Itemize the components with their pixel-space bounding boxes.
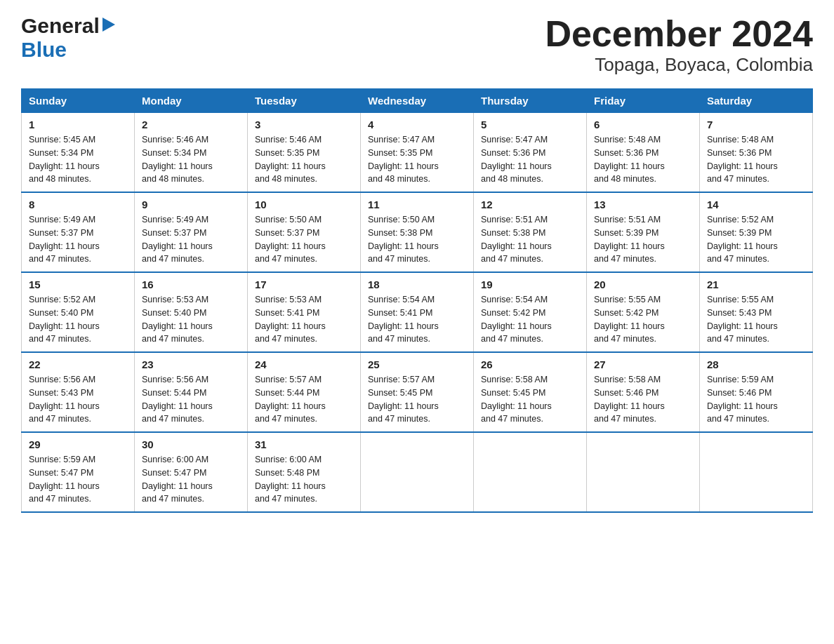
header-thursday: Thursday	[474, 89, 587, 113]
week-row-3: 22 Sunrise: 5:56 AMSunset: 5:43 PMDaylig…	[22, 352, 813, 432]
calendar-cell: 11 Sunrise: 5:50 AMSunset: 5:38 PMDaylig…	[361, 192, 474, 272]
day-number: 26	[481, 358, 579, 370]
week-row-0: 1 Sunrise: 5:45 AMSunset: 5:34 PMDayligh…	[22, 113, 813, 193]
calendar-cell: 5 Sunrise: 5:47 AMSunset: 5:36 PMDayligh…	[474, 113, 587, 193]
day-info: Sunrise: 5:50 AMSunset: 5:38 PMDaylight:…	[368, 213, 466, 266]
day-number: 23	[142, 358, 240, 370]
calendar-cell	[361, 432, 474, 512]
day-number: 30	[142, 438, 240, 450]
day-info: Sunrise: 5:58 AMSunset: 5:45 PMDaylight:…	[481, 373, 579, 426]
day-info: Sunrise: 5:57 AMSunset: 5:45 PMDaylight:…	[368, 373, 466, 426]
calendar-cell: 9 Sunrise: 5:49 AMSunset: 5:37 PMDayligh…	[135, 192, 248, 272]
calendar-cell: 15 Sunrise: 5:52 AMSunset: 5:40 PMDaylig…	[22, 272, 135, 352]
day-number: 15	[29, 279, 127, 290]
day-number: 7	[707, 119, 805, 130]
day-number: 22	[29, 358, 127, 370]
week-row-4: 29 Sunrise: 5:59 AMSunset: 5:47 PMDaylig…	[22, 432, 813, 512]
day-number: 17	[255, 279, 353, 290]
title-block: December 2024 Topaga, Boyaca, Colombia	[545, 14, 813, 76]
day-info: Sunrise: 5:45 AMSunset: 5:34 PMDaylight:…	[29, 133, 127, 186]
day-info: Sunrise: 5:48 AMSunset: 5:36 PMDaylight:…	[707, 133, 805, 186]
day-number: 28	[707, 358, 805, 370]
calendar-cell: 17 Sunrise: 5:53 AMSunset: 5:41 PMDaylig…	[248, 272, 361, 352]
calendar-cell	[474, 432, 587, 512]
day-number: 11	[368, 199, 466, 210]
day-info: Sunrise: 5:55 AMSunset: 5:42 PMDaylight:…	[594, 293, 692, 346]
day-info: Sunrise: 5:51 AMSunset: 5:38 PMDaylight:…	[481, 213, 579, 266]
header-tuesday: Tuesday	[248, 89, 361, 113]
calendar-cell: 4 Sunrise: 5:47 AMSunset: 5:35 PMDayligh…	[361, 113, 474, 193]
calendar-cell: 18 Sunrise: 5:54 AMSunset: 5:41 PMDaylig…	[361, 272, 474, 352]
calendar-cell: 2 Sunrise: 5:46 AMSunset: 5:34 PMDayligh…	[135, 113, 248, 193]
day-number: 12	[481, 199, 579, 210]
week-row-2: 15 Sunrise: 5:52 AMSunset: 5:40 PMDaylig…	[22, 272, 813, 352]
day-number: 9	[142, 199, 240, 210]
calendar-cell: 22 Sunrise: 5:56 AMSunset: 5:43 PMDaylig…	[22, 352, 135, 432]
day-info: Sunrise: 5:49 AMSunset: 5:37 PMDaylight:…	[142, 213, 240, 266]
calendar-cell: 7 Sunrise: 5:48 AMSunset: 5:36 PMDayligh…	[700, 113, 813, 193]
day-info: Sunrise: 5:53 AMSunset: 5:40 PMDaylight:…	[142, 293, 240, 346]
day-info: Sunrise: 5:59 AMSunset: 5:46 PMDaylight:…	[707, 373, 805, 426]
day-number: 8	[29, 199, 127, 210]
day-info: Sunrise: 5:55 AMSunset: 5:43 PMDaylight:…	[707, 293, 805, 346]
day-info: Sunrise: 6:00 AMSunset: 5:47 PMDaylight:…	[142, 453, 240, 506]
calendar-cell: 19 Sunrise: 5:54 AMSunset: 5:42 PMDaylig…	[474, 272, 587, 352]
header-row: SundayMondayTuesdayWednesdayThursdayFrid…	[22, 89, 813, 113]
day-number: 2	[142, 119, 240, 130]
day-info: Sunrise: 5:54 AMSunset: 5:42 PMDaylight:…	[481, 293, 579, 346]
header-sunday: Sunday	[22, 89, 135, 113]
calendar-body: 1 Sunrise: 5:45 AMSunset: 5:34 PMDayligh…	[22, 113, 813, 513]
day-info: Sunrise: 5:53 AMSunset: 5:41 PMDaylight:…	[255, 293, 353, 346]
logo-triangle-icon	[102, 18, 115, 34]
logo-general: General	[21, 14, 100, 38]
calendar-cell: 31 Sunrise: 6:00 AMSunset: 5:48 PMDaylig…	[248, 432, 361, 512]
day-info: Sunrise: 5:52 AMSunset: 5:40 PMDaylight:…	[29, 293, 127, 346]
calendar-title: December 2024	[545, 14, 813, 54]
day-number: 27	[594, 358, 692, 370]
day-number: 3	[255, 119, 353, 130]
day-info: Sunrise: 5:52 AMSunset: 5:39 PMDaylight:…	[707, 213, 805, 266]
svg-marker-0	[102, 18, 115, 32]
calendar-cell	[700, 432, 813, 512]
calendar-cell: 10 Sunrise: 5:50 AMSunset: 5:37 PMDaylig…	[248, 192, 361, 272]
logo-blue: Blue	[21, 38, 67, 61]
day-info: Sunrise: 5:46 AMSunset: 5:34 PMDaylight:…	[142, 133, 240, 186]
day-info: Sunrise: 5:51 AMSunset: 5:39 PMDaylight:…	[594, 213, 692, 266]
calendar-cell: 30 Sunrise: 6:00 AMSunset: 5:47 PMDaylig…	[135, 432, 248, 512]
day-number: 4	[368, 119, 466, 130]
day-number: 21	[707, 279, 805, 290]
day-number: 1	[29, 119, 127, 130]
day-number: 20	[594, 279, 692, 290]
week-row-1: 8 Sunrise: 5:49 AMSunset: 5:37 PMDayligh…	[22, 192, 813, 272]
day-info: Sunrise: 5:57 AMSunset: 5:44 PMDaylight:…	[255, 373, 353, 426]
day-info: Sunrise: 5:56 AMSunset: 5:44 PMDaylight:…	[142, 373, 240, 426]
logo: General Blue	[21, 14, 117, 62]
page-header: General Blue December 2024 Topaga, Boyac…	[21, 14, 813, 76]
day-number: 13	[594, 199, 692, 210]
day-number: 10	[255, 199, 353, 210]
day-number: 29	[29, 438, 127, 450]
header-wednesday: Wednesday	[361, 89, 474, 113]
calendar-cell: 12 Sunrise: 5:51 AMSunset: 5:38 PMDaylig…	[474, 192, 587, 272]
day-number: 25	[368, 358, 466, 370]
calendar-cell: 16 Sunrise: 5:53 AMSunset: 5:40 PMDaylig…	[135, 272, 248, 352]
calendar-cell: 24 Sunrise: 5:57 AMSunset: 5:44 PMDaylig…	[248, 352, 361, 432]
calendar-cell: 20 Sunrise: 5:55 AMSunset: 5:42 PMDaylig…	[587, 272, 700, 352]
calendar-cell: 14 Sunrise: 5:52 AMSunset: 5:39 PMDaylig…	[700, 192, 813, 272]
day-info: Sunrise: 5:49 AMSunset: 5:37 PMDaylight:…	[29, 213, 127, 266]
day-info: Sunrise: 5:56 AMSunset: 5:43 PMDaylight:…	[29, 373, 127, 426]
calendar-cell: 26 Sunrise: 5:58 AMSunset: 5:45 PMDaylig…	[474, 352, 587, 432]
day-number: 14	[707, 199, 805, 210]
calendar-cell: 13 Sunrise: 5:51 AMSunset: 5:39 PMDaylig…	[587, 192, 700, 272]
calendar-cell: 1 Sunrise: 5:45 AMSunset: 5:34 PMDayligh…	[22, 113, 135, 193]
day-info: Sunrise: 5:54 AMSunset: 5:41 PMDaylight:…	[368, 293, 466, 346]
day-number: 19	[481, 279, 579, 290]
calendar-cell: 29 Sunrise: 5:59 AMSunset: 5:47 PMDaylig…	[22, 432, 135, 512]
day-info: Sunrise: 5:50 AMSunset: 5:37 PMDaylight:…	[255, 213, 353, 266]
calendar-cell: 6 Sunrise: 5:48 AMSunset: 5:36 PMDayligh…	[587, 113, 700, 193]
header-saturday: Saturday	[700, 89, 813, 113]
header-friday: Friday	[587, 89, 700, 113]
day-number: 24	[255, 358, 353, 370]
calendar-cell	[587, 432, 700, 512]
calendar-cell: 25 Sunrise: 5:57 AMSunset: 5:45 PMDaylig…	[361, 352, 474, 432]
